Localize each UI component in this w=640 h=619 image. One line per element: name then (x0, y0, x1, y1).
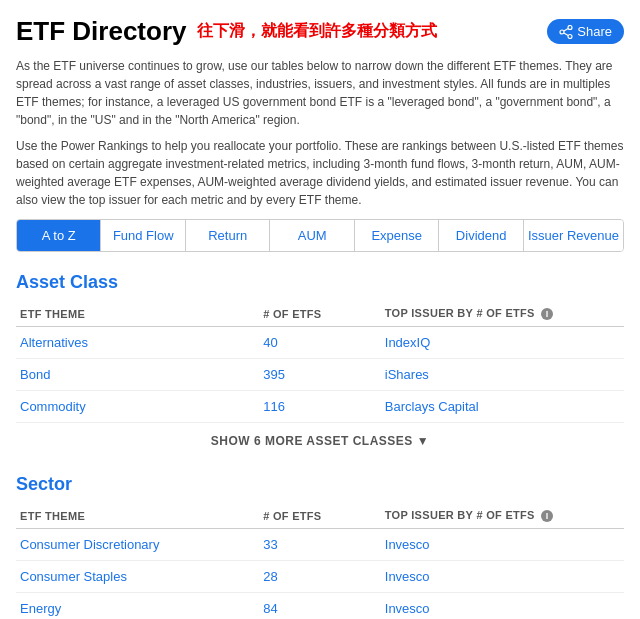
table-row: Energy 84 Invesco (16, 593, 624, 619)
sector-num-consumer-disc: 33 (259, 529, 381, 561)
asset-class-issuer-alternatives: IndexIQ (381, 327, 624, 359)
tabs-container: A to Z Fund Flow Return AUM Expense Divi… (16, 219, 624, 252)
sector-theme-consumer-disc: Consumer Discretionary (16, 529, 259, 561)
sector-title: Sector (16, 474, 624, 495)
share-icon (559, 25, 573, 39)
tab-aum[interactable]: AUM (270, 220, 354, 251)
description: As the ETF universe continues to grow, u… (16, 57, 624, 209)
asset-class-section: Asset Class ETF THEME # OF ETFs TOP ISSU… (16, 272, 624, 458)
table-row: Alternatives 40 IndexIQ (16, 327, 624, 359)
asset-class-info-icon[interactable]: i (541, 308, 553, 320)
tab-issuer-revenue[interactable]: Issuer Revenue (524, 220, 623, 251)
page-container: ETF Directory 往下滑，就能看到許多種分類方式 Share As t… (0, 0, 640, 619)
asset-class-table: ETF THEME # OF ETFs TOP ISSUER BY # OF E… (16, 301, 624, 423)
table-row: Consumer Discretionary 33 Invesco (16, 529, 624, 561)
table-row: Bond 395 iShares (16, 359, 624, 391)
svg-point-1 (568, 34, 572, 38)
sector-issuer-consumer-disc: Invesco (381, 529, 624, 561)
sector-table: ETF THEME # OF ETFs TOP ISSUER BY # OF E… (16, 503, 624, 619)
tab-a-to-z[interactable]: A to Z (17, 220, 101, 251)
header-row: ETF Directory 往下滑，就能看到許多種分類方式 Share (16, 16, 624, 47)
asset-class-issuer-bond: iShares (381, 359, 624, 391)
table-row: Commodity 116 Barclays Capital (16, 391, 624, 423)
sector-col-issuer: TOP ISSUER BY # OF ETFs i (381, 503, 624, 529)
asset-class-theme-bond: Bond (16, 359, 259, 391)
sector-issuer-energy: Invesco (381, 593, 624, 619)
page-title: ETF Directory (16, 16, 187, 47)
description-para2: Use the Power Rankings to help you reall… (16, 137, 624, 209)
tab-return[interactable]: Return (186, 220, 270, 251)
chinese-annotation: 往下滑，就能看到許多種分類方式 (197, 21, 437, 42)
description-para1: As the ETF universe continues to grow, u… (16, 57, 624, 129)
svg-point-2 (560, 30, 564, 34)
share-label: Share (577, 24, 612, 39)
sector-col-theme: ETF THEME (16, 503, 259, 529)
sector-theme-energy: Energy (16, 593, 259, 619)
asset-class-num-alternatives: 40 (259, 327, 381, 359)
asset-class-show-more-button[interactable]: SHOW 6 MORE ASSET CLASSES ▼ (211, 434, 429, 448)
sector-theme-consumer-staples: Consumer Staples (16, 561, 259, 593)
asset-class-col-theme: ETF THEME (16, 301, 259, 327)
header-left: ETF Directory 往下滑，就能看到許多種分類方式 (16, 16, 437, 47)
share-button[interactable]: Share (547, 19, 624, 44)
sector-col-num: # OF ETFs (259, 503, 381, 529)
sector-num-energy: 84 (259, 593, 381, 619)
tab-fund-flow[interactable]: Fund Flow (101, 220, 185, 251)
sector-header-row: ETF THEME # OF ETFs TOP ISSUER BY # OF E… (16, 503, 624, 529)
sector-section: Sector ETF THEME # OF ETFs TOP ISSUER BY… (16, 474, 624, 619)
asset-class-num-bond: 395 (259, 359, 381, 391)
svg-point-0 (568, 25, 572, 29)
sector-num-consumer-staples: 28 (259, 561, 381, 593)
table-row: Consumer Staples 28 Invesco (16, 561, 624, 593)
asset-class-theme-alternatives: Alternatives (16, 327, 259, 359)
sector-issuer-consumer-staples: Invesco (381, 561, 624, 593)
chevron-down-icon: ▼ (417, 434, 429, 448)
svg-line-4 (564, 33, 568, 36)
asset-class-num-commodity: 116 (259, 391, 381, 423)
tab-expense[interactable]: Expense (355, 220, 439, 251)
asset-class-title: Asset Class (16, 272, 624, 293)
sector-info-icon[interactable]: i (541, 510, 553, 522)
asset-class-col-issuer: TOP ISSUER BY # OF ETFs i (381, 301, 624, 327)
asset-class-header-row: ETF THEME # OF ETFs TOP ISSUER BY # OF E… (16, 301, 624, 327)
tab-dividend[interactable]: Dividend (439, 220, 523, 251)
asset-class-issuer-commodity: Barclays Capital (381, 391, 624, 423)
asset-class-theme-commodity: Commodity (16, 391, 259, 423)
svg-line-3 (564, 28, 568, 31)
asset-class-show-more-row: SHOW 6 MORE ASSET CLASSES ▼ (16, 423, 624, 458)
asset-class-col-num: # OF ETFs (259, 301, 381, 327)
